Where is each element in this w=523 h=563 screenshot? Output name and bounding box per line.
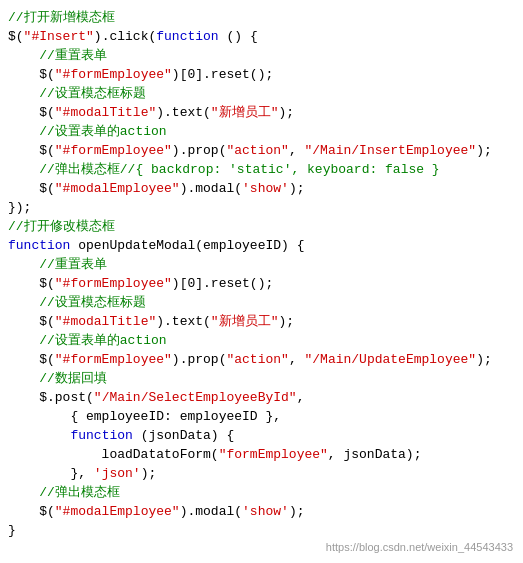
code-line-6: $("#modalTitle").text("新增员工"); <box>8 103 519 122</box>
code-line-22: { employeeID: employeeID }, <box>8 407 519 426</box>
code-line-15: $("#formEmployee")[0].reset(); <box>8 274 519 293</box>
code-line-21: $.post("/Main/SelectEmployeeById", <box>8 388 519 407</box>
code-line-8: $("#formEmployee").prop("action", "/Main… <box>8 141 519 160</box>
code-line-9: //弹出模态框//{ backdrop: 'static', keyboard:… <box>8 160 519 179</box>
watermark: https://blog.csdn.net/weixin_44543433 <box>326 541 513 553</box>
code-line-7: //设置表单的action <box>8 122 519 141</box>
code-line-14: //重置表单 <box>8 255 519 274</box>
code-line-20: //数据回填 <box>8 369 519 388</box>
code-line-27: $("#modalEmployee").modal('show'); <box>8 502 519 521</box>
code-line-19: $("#formEmployee").prop("action", "/Main… <box>8 350 519 369</box>
code-line-17: $("#modalTitle").text("新增员工"); <box>8 312 519 331</box>
code-line-24: loadDatatoForm("formEmployee", jsonData)… <box>8 445 519 464</box>
code-editor: //打开新增模态框 $("#Insert").click(function ()… <box>0 0 523 563</box>
code-line-11: }); <box>8 198 519 217</box>
comment-text: //打开新增模态框 <box>8 8 115 27</box>
code-line-2: $("#Insert").click(function () { <box>8 27 519 46</box>
code-line-18: //设置表单的action <box>8 331 519 350</box>
code-line-23: function (jsonData) { <box>8 426 519 445</box>
code-line-26: //弹出模态框 <box>8 483 519 502</box>
code-line-3: //重置表单 <box>8 46 519 65</box>
code-line-4: $("#formEmployee")[0].reset(); <box>8 65 519 84</box>
code-line-25: }, 'json'); <box>8 464 519 483</box>
code-line-10: $("#modalEmployee").modal('show'); <box>8 179 519 198</box>
code-line-5: //设置模态框标题 <box>8 84 519 103</box>
code-line-1: //打开新增模态框 <box>8 8 519 27</box>
code-line-12: //打开修改模态框 <box>8 217 519 236</box>
code-line-16: //设置模态框标题 <box>8 293 519 312</box>
code-line-13: function openUpdateModal(employeeID) { <box>8 236 519 255</box>
code-line-28: } <box>8 521 519 540</box>
